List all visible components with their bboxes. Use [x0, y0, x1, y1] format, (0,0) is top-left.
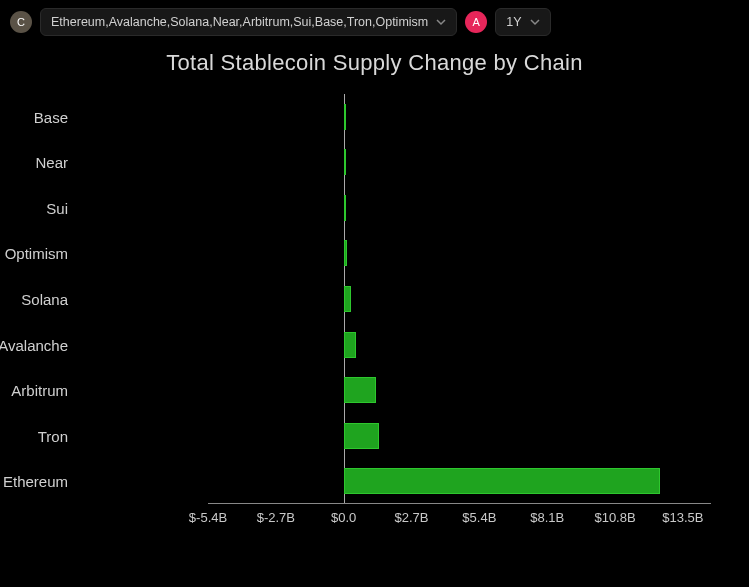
chevron-down-icon	[436, 17, 446, 27]
chains-dropdown[interactable]: Ethereum,Avalanche,Solana,Near,Arbitrum,…	[40, 8, 457, 36]
x-axis-tick: $5.4B	[462, 510, 496, 525]
badge-a: A	[465, 11, 487, 33]
x-axis-tick: $-5.4B	[189, 510, 227, 525]
x-axis-tick: $10.8B	[594, 510, 635, 525]
badge-c: C	[10, 11, 32, 33]
chart-title: Total Stablecoin Supply Change by Chain	[28, 50, 721, 76]
y-axis-label: Tron	[0, 427, 68, 444]
bars-area	[208, 94, 711, 504]
range-dropdown-text: 1Y	[506, 15, 521, 29]
y-axis-labels: BaseNearSuiOptimismSolanaAvalancheArbitr…	[78, 94, 198, 504]
chains-dropdown-text: Ethereum,Avalanche,Solana,Near,Arbitrum,…	[51, 15, 428, 29]
y-axis-label: Optimism	[0, 245, 68, 262]
x-axis-tick: $13.5B	[662, 510, 703, 525]
y-axis-label: Sui	[0, 199, 68, 216]
y-axis-label: Arbitrum	[0, 382, 68, 399]
bar[interactable]	[344, 195, 346, 221]
bar[interactable]	[344, 423, 379, 449]
bar[interactable]	[344, 332, 357, 358]
bar[interactable]	[344, 149, 346, 175]
y-axis-label: Ethereum	[0, 473, 68, 490]
y-axis-label: Solana	[0, 291, 68, 308]
x-axis-tick: $0.0	[331, 510, 356, 525]
chart-plot: BaseNearSuiOptimismSolanaAvalancheArbitr…	[88, 94, 711, 534]
chart-container: Total Stablecoin Supply Change by Chain …	[0, 44, 749, 554]
range-dropdown[interactable]: 1Y	[495, 8, 550, 36]
bar[interactable]	[344, 286, 352, 312]
toolbar: C Ethereum,Avalanche,Solana,Near,Arbitru…	[0, 0, 749, 44]
bar[interactable]	[344, 104, 346, 130]
bar[interactable]	[344, 377, 377, 403]
bar[interactable]	[344, 240, 348, 266]
x-axis-tick: $8.1B	[530, 510, 564, 525]
bar[interactable]	[344, 468, 661, 494]
y-axis-label: Near	[0, 154, 68, 171]
x-axis-tick: $2.7B	[395, 510, 429, 525]
chevron-down-icon	[530, 17, 540, 27]
y-axis-label: Avalanche	[0, 336, 68, 353]
x-axis: $-5.4B$-2.7B$0.0$2.7B$5.4B$8.1B$10.8B$13…	[208, 504, 711, 534]
y-axis-label: Base	[0, 108, 68, 125]
x-axis-tick: $-2.7B	[257, 510, 295, 525]
